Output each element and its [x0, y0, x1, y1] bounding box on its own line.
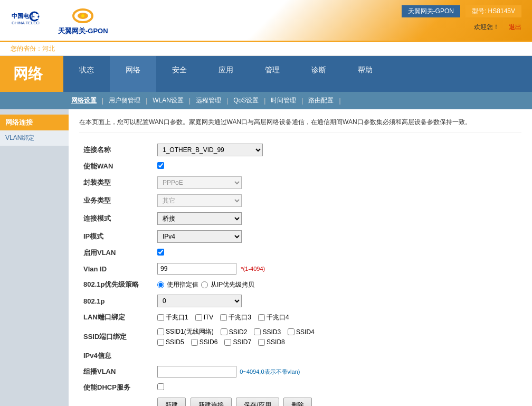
field-encap-type: PPPoE — [153, 174, 521, 192]
label-ssid4: SSID4 — [296, 328, 315, 336]
new-connection-button[interactable]: 新建连接 — [191, 398, 232, 406]
label-ip-mode: IP模式 — [79, 228, 153, 246]
subnav-remote-manage[interactable]: 远程管理 — [193, 95, 224, 106]
svg-text:CHINA TELECOM: CHINA TELECOM — [12, 21, 40, 25]
china-telecom-logo: 中国电信 CHINA TELECOM — [11, 8, 40, 32]
svg-rect-3 — [33, 14, 39, 16]
field-vlan-id: *(1-4094) — [153, 260, 521, 277]
field-enable-dhcp — [153, 380, 521, 395]
field-multicast-vlan: 0~4094,0表示不带vlan) — [153, 363, 521, 380]
label-enable-wan: 使能WAN — [79, 159, 153, 174]
tianyi-logo: 天翼网关-GPON — [58, 5, 108, 36]
label-ssid2: SSID2 — [229, 328, 248, 336]
field-connection-name: 1_OTHER_B_VID_99 — [153, 141, 521, 159]
label-ssid7: SSID7 — [233, 338, 251, 346]
lan-port-1: 千兆口1 — [157, 313, 188, 322]
checkbox-enable-wan[interactable] — [157, 162, 164, 169]
multicast-vlan-hint: 0~4094,0表示不带vlan) — [240, 369, 300, 375]
label-connection-name: 连接名称 — [79, 141, 153, 159]
delete-button[interactable]: 删除 — [283, 398, 312, 406]
content-area: 网络连接 VLAN绑定 在本页面上，您可以配置WAN口参数。家庭网关通过WAN口… — [0, 109, 532, 406]
checkbox-gigabit-3[interactable] — [220, 314, 227, 321]
nav-item-diagnose[interactable]: 诊断 — [296, 56, 342, 92]
checkbox-ssid5[interactable] — [157, 339, 164, 346]
welcome-row: 欢迎您！ 退出 — [474, 23, 521, 32]
label-gigabit-3: 千兆口3 — [229, 313, 251, 322]
radio-dot1p-specified[interactable] — [157, 281, 164, 288]
subnav-wlan[interactable]: WLAN设置 — [150, 95, 186, 106]
description: 在本页面上，您可以配置WAN口参数。家庭网关通过WAN口与高层网络设备通信，在通… — [79, 117, 521, 133]
nav-item-security[interactable]: 安全 — [156, 56, 203, 92]
sidebar-item-vlan[interactable]: VLAN绑定 — [0, 130, 69, 146]
subnav-network-settings[interactable]: 网络设置 — [69, 95, 99, 106]
field-enable-vlan — [153, 246, 521, 260]
select-encap-type[interactable]: PPPoE — [157, 176, 242, 189]
header: 中国电信 CHINA TELECOM 天翼网关-GPON 天翼网关-GPON 型… — [0, 0, 532, 42]
label-ssid1: SSID1(无线网络) — [166, 327, 214, 336]
checkbox-itv[interactable] — [195, 314, 202, 321]
nav-item-app[interactable]: 应用 — [203, 56, 249, 92]
row-enable-wan: 使能WAN — [79, 159, 521, 174]
row-enable-vlan: 启用VLAN — [79, 246, 521, 260]
label-ssid3: SSID3 — [262, 328, 281, 336]
label-multicast-vlan: 组播VLAN — [79, 363, 153, 380]
province-value: 河北 — [42, 45, 55, 52]
select-connection-mode[interactable]: 桥接 — [157, 212, 242, 225]
lan-port-3: 千兆口3 — [220, 313, 251, 322]
checkbox-enable-dhcp[interactable] — [157, 383, 164, 390]
checkbox-ssid6[interactable] — [191, 339, 198, 346]
lan-port-itv: ITV — [195, 314, 214, 321]
model-label: 型号: HS8145V — [466, 5, 521, 17]
welcome-text: 欢迎您！ — [474, 23, 499, 31]
ssid4-item: SSID4 — [288, 328, 315, 336]
field-connection-mode: 桥接 — [153, 210, 521, 228]
checkbox-ssid2[interactable] — [221, 328, 227, 335]
row-vlan-id: Vlan ID *(1-4094) — [79, 260, 521, 277]
input-multicast-vlan[interactable] — [157, 366, 236, 377]
field-ssid-bind: SSID1(无线网络) SSID2 SSID3 SSID4 — [153, 325, 521, 348]
label-dot1p-copy: 从IP优先级拷贝 — [211, 280, 254, 289]
select-dot1p[interactable]: 0 1 2 3 4 5 6 7 — [157, 295, 242, 307]
nav-item-manage[interactable]: 管理 — [249, 56, 296, 92]
select-service-type[interactable]: 其它 — [157, 194, 242, 207]
subnav-qos[interactable]: QoS设置 — [231, 95, 261, 106]
subnav-user-manage[interactable]: 用户侧管理 — [106, 95, 143, 106]
nav-item-status[interactable]: 状态 — [63, 56, 110, 92]
row-connection-mode: 连接模式 桥接 — [79, 210, 521, 228]
row-encap-type: 封装类型 PPPoE — [79, 174, 521, 192]
label-enable-dhcp: 使能DHCP服务 — [79, 380, 153, 395]
ssid3-item: SSID3 — [254, 328, 281, 336]
label-gigabit-4: 千兆口4 — [267, 313, 289, 322]
select-ip-mode[interactable]: IPv4 — [157, 230, 242, 243]
nav-item-network[interactable]: 网络 — [110, 56, 156, 92]
checkbox-gigabit-4[interactable] — [258, 314, 265, 321]
checkbox-ssid4[interactable] — [288, 328, 294, 335]
row-service-type: 业务类型 其它 — [79, 192, 521, 210]
new-button[interactable]: 新建 — [157, 398, 186, 406]
checkbox-ssid8[interactable] — [258, 339, 265, 346]
logout-link[interactable]: 退出 — [509, 23, 521, 31]
subnav-routing[interactable]: 路由配置 — [306, 95, 336, 106]
checkbox-ssid1[interactable] — [157, 328, 164, 335]
ssid6-item: SSID6 — [191, 338, 218, 346]
header-right: 天翼网关-GPON 型号: HS8145V 欢迎您！ 退出 — [402, 5, 521, 32]
checkbox-ssid3[interactable] — [254, 328, 261, 335]
checkbox-enable-vlan[interactable] — [157, 249, 164, 256]
nav-item-help[interactable]: 帮助 — [342, 56, 388, 92]
sub-nav: 网络设置 | 用户侧管理 | WLAN设置 | 远程管理 | QoS设置 | 时… — [0, 92, 532, 109]
select-connection-name[interactable]: 1_OTHER_B_VID_99 — [157, 144, 263, 156]
checkbox-ssid7[interactable] — [224, 339, 231, 346]
row-dot1p-policy: 802.1p优先级策略 使用指定值 从IP优先级拷贝 — [79, 277, 521, 292]
label-enable-vlan: 启用VLAN — [79, 246, 153, 260]
radio-dot1p-copy[interactable] — [201, 281, 208, 288]
label-ssid8: SSID8 — [267, 338, 285, 346]
main-nav: 状态 网络 安全 应用 管理 诊断 帮助 — [63, 56, 532, 92]
save-apply-button[interactable]: 保存/应用 — [236, 398, 279, 406]
subnav-time[interactable]: 时间管理 — [268, 95, 299, 106]
field-service-type: 其它 — [153, 192, 521, 210]
input-vlan-id[interactable] — [157, 263, 236, 275]
row-enable-dhcp: 使能DHCP服务 — [79, 380, 521, 395]
vlan-id-hint: *(1-4094) — [241, 266, 265, 272]
checkbox-gigabit-1[interactable] — [157, 314, 164, 321]
page-title: 网络 — [0, 56, 63, 92]
